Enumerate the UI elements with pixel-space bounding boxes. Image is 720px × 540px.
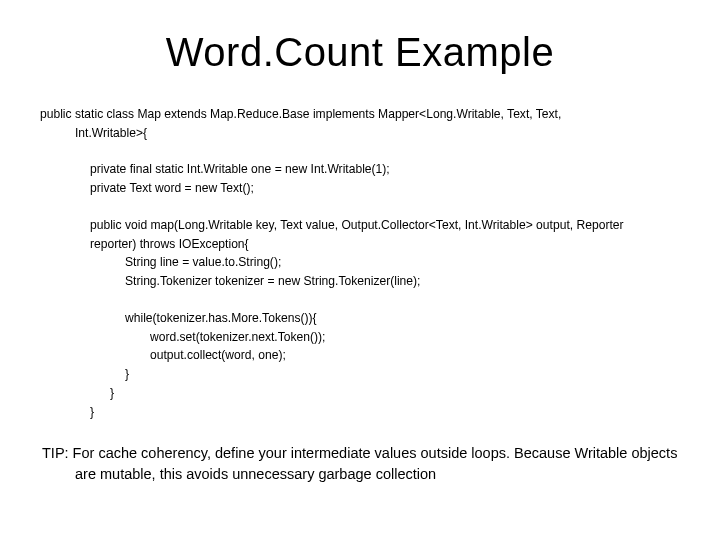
slide: Word.Count Example public static class M… bbox=[0, 0, 720, 540]
code-line: String line = value.to.String(); bbox=[40, 253, 690, 272]
code-line: } bbox=[40, 403, 690, 422]
code-line: private final static Int.Writable one = … bbox=[40, 160, 690, 179]
code-line: } bbox=[40, 384, 690, 403]
code-line: reporter) throws IOException{ bbox=[40, 235, 690, 254]
code-line: public void map(Long.Writable key, Text … bbox=[40, 216, 690, 235]
code-line: private Text word = new Text(); bbox=[40, 179, 690, 198]
code-line: public static class Map extends Map.Redu… bbox=[40, 105, 690, 124]
code-block: public static class Map extends Map.Redu… bbox=[40, 105, 690, 421]
tip-text: TIP: For cache coherency, define your in… bbox=[30, 443, 690, 485]
code-line: } bbox=[40, 365, 690, 384]
code-line: Int.Writable>{ bbox=[40, 124, 690, 143]
code-line: output.collect(word, one); bbox=[40, 346, 690, 365]
code-line: word.set(tokenizer.next.Token()); bbox=[40, 328, 690, 347]
code-line: while(tokenizer.has.More.Tokens()){ bbox=[40, 309, 690, 328]
code-line: String.Tokenizer tokenizer = new String.… bbox=[40, 272, 690, 291]
slide-title: Word.Count Example bbox=[30, 30, 690, 75]
